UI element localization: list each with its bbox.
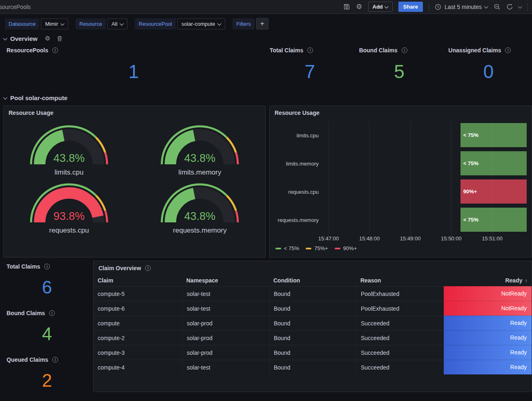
column-header-reason[interactable]: Reason (356, 277, 444, 284)
legend-item[interactable]: 90%+ (335, 245, 357, 251)
share-button[interactable]: Share (398, 2, 423, 12)
cell-namespace: solar-test (182, 286, 269, 301)
stat-title: Unassigned Claims (448, 47, 501, 54)
x-axis-tick: 15:49:00 (400, 235, 421, 242)
zoom-out-icon[interactable] (494, 3, 501, 10)
gauge-requests.memory: 43.8%requests.memory (134, 179, 265, 235)
column-header-ready[interactable]: Ready↑ (444, 277, 532, 284)
timeline-state-label: < 75% (460, 160, 478, 166)
add-filter-button[interactable]: + (256, 18, 268, 29)
filters-label: Filters (232, 18, 254, 29)
info-icon[interactable] (307, 47, 313, 53)
cell-namespace: solar-test (182, 360, 269, 374)
timeline-row-label: limits.memory (269, 160, 319, 166)
gauge-grid: 43.8%limits.cpu43.8%limits.memory93.8%re… (4, 117, 265, 235)
divider (429, 3, 429, 11)
save-icon[interactable] (343, 3, 350, 10)
timeline-row-requests.memory: requests.memory< 75% (323, 206, 527, 234)
stat-value: 6 (7, 270, 87, 305)
column-header-claim[interactable]: Claim (94, 277, 182, 284)
cell-condition: Bound (269, 360, 356, 374)
stat-panel: Bound Claims4 (3, 307, 91, 354)
legend-swatch (306, 248, 311, 249)
cell-claim: compute-5 (94, 286, 182, 301)
column-header-namespace[interactable]: Namespace (182, 277, 269, 284)
info-icon[interactable] (52, 47, 58, 53)
legend-label: 90%+ (343, 245, 357, 251)
stat-panel: Unassigned Claims0 (445, 45, 532, 92)
refresh-icon[interactable] (506, 3, 513, 10)
panel-title-text: Resource Usage (9, 110, 54, 116)
panel-title[interactable]: Resource Usage (270, 106, 532, 117)
table-row: compute-5solar-testBoundPoolExhaustedNot… (94, 286, 532, 301)
row-pool[interactable]: Pool solar-compute (0, 92, 532, 103)
legend-swatch (335, 248, 340, 249)
stat-panel: ResourcePools1 (3, 45, 264, 92)
legend-item[interactable]: 75%+ (306, 245, 328, 251)
settings-gear-icon[interactable]: ⚙ (356, 3, 362, 10)
stat-title: Bound Claims (7, 310, 45, 316)
stat-title: ResourcePools (7, 47, 48, 54)
add-button[interactable]: Add (368, 2, 393, 12)
gauge-label: requests.memory (173, 226, 226, 235)
info-icon[interactable] (49, 310, 55, 316)
cell-ready: NotReady (444, 301, 532, 316)
timeline-state-bar: < 75% (460, 208, 527, 232)
panel-title[interactable]: Resource Usage (4, 106, 265, 117)
cell-reason: PoolExhausted (356, 301, 444, 316)
timeline-x-axis: 15:47:0015:48:0015:49:0015:50:0015:51:00 (323, 234, 527, 242)
time-range-picker[interactable]: Last 5 minutes (435, 4, 488, 10)
info-icon[interactable] (52, 357, 58, 363)
resourcepool-select[interactable]: solar-compute (177, 18, 225, 29)
datasource-label: Datasource (5, 18, 39, 29)
panel-title-text: Resource Usage (275, 110, 320, 116)
cell-namespace: solar-prod (182, 316, 269, 330)
info-icon[interactable] (145, 265, 151, 271)
refresh-interval-chevron-icon[interactable] (518, 4, 522, 9)
x-axis-tick: 15:48:00 (359, 235, 380, 242)
pool-panels-row: Resource Usage 43.8%limits.cpu43.8%limit… (0, 103, 532, 258)
cell-ready: Ready (444, 330, 532, 345)
column-header-condition[interactable]: Condition (269, 277, 356, 284)
timeline-row-label: requests.cpu (269, 188, 319, 195)
cell-condition: Bound (269, 330, 356, 345)
cell-condition: Bound (269, 286, 356, 301)
pool-stats-column: Total Claims6Bound Claims4Queued Claims2 (0, 261, 91, 401)
chevron-down-icon (120, 21, 124, 25)
overview-stats-row: ResourcePools1Total Claims7Bound Claims5… (0, 44, 532, 92)
claim-overview-panel: Claim Overview ClaimNamespaceConditionRe… (93, 261, 532, 392)
row-overview[interactable]: Overview ⚙ (0, 33, 532, 44)
legend-item[interactable]: < 75% (275, 245, 299, 251)
row-delete-trash-icon[interactable] (57, 36, 63, 42)
svg-text:93.8%: 93.8% (54, 210, 85, 222)
info-icon[interactable] (44, 264, 50, 269)
adhoc-filters: Filters + (232, 18, 268, 29)
stat-value: 2 (7, 363, 87, 398)
timeline-legend: < 75%75%+90%+ (270, 242, 532, 251)
add-button-label: Add (373, 4, 383, 10)
table-row: compute-3solar-prodBoundSucceededReady (94, 345, 532, 360)
datasource-value: Mimir (45, 21, 58, 27)
sort-asc-icon: ↑ (525, 278, 528, 284)
dashboard-title: sourcePools (0, 4, 31, 10)
legend-swatch (275, 248, 281, 249)
gauge-label: limits.memory (179, 168, 221, 177)
resourcepool-value: solar-compute (181, 21, 215, 27)
cell-claim: compute-2 (94, 330, 182, 345)
info-icon[interactable] (402, 47, 407, 53)
chevron-down-icon (217, 21, 221, 25)
table-row: compute-4solar-testBoundSucceededReady (94, 360, 532, 374)
clock-icon (435, 4, 441, 10)
datasource-select[interactable]: Mimir (41, 18, 68, 29)
stat-value: 7 (270, 54, 350, 90)
cell-reason: Succeeded (356, 330, 444, 345)
claims-table-header: ClaimNamespaceConditionReasonReady↑ (94, 275, 532, 286)
resource-select[interactable]: All (107, 18, 127, 29)
timeline-row-label: limits.cpu (269, 132, 319, 138)
chevron-down-icon (60, 21, 65, 25)
info-icon[interactable] (505, 47, 511, 53)
top-nav-bar: sourcePools ⚙ Add Share Last 5 minutes (0, 0, 532, 14)
row-settings-gear-icon[interactable]: ⚙ (45, 36, 50, 42)
chevron-down-icon (484, 4, 488, 9)
panel-title[interactable]: Claim Overview (94, 261, 532, 272)
